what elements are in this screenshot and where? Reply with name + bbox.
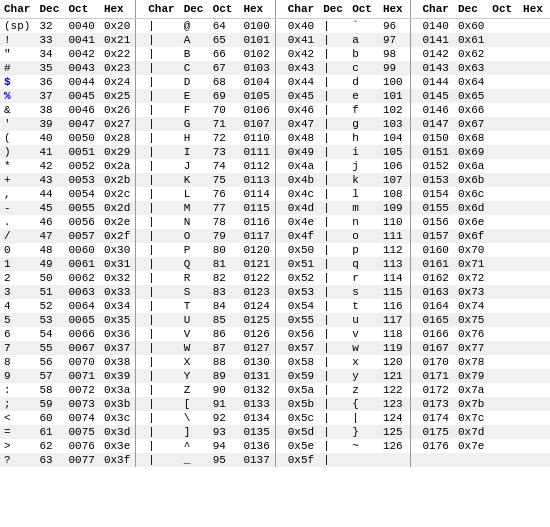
table-cell: 123 xyxy=(379,397,410,411)
table-row: 65400660x36|V8601260x56|v11801660x76 xyxy=(0,327,550,341)
table-cell: 118 xyxy=(379,327,410,341)
table-cell xyxy=(410,103,419,117)
table-cell: 49 xyxy=(35,257,64,271)
table-cell xyxy=(348,453,379,467)
table-cell: T xyxy=(180,299,209,313)
table-cell: 0x4f xyxy=(284,229,319,243)
table-cell: 0113 xyxy=(239,173,275,187)
table-cell xyxy=(136,383,145,397)
table-cell: o xyxy=(348,229,379,243)
table-cell xyxy=(275,201,284,215)
table-cell: 0x52 xyxy=(284,271,319,285)
table-cell: 0x65 xyxy=(454,89,488,103)
table-cell: 0111 xyxy=(239,145,275,159)
table-cell: | xyxy=(319,215,348,229)
table-cell xyxy=(519,117,550,131)
table-cell: 0x60 xyxy=(454,19,488,34)
table-cell xyxy=(275,187,284,201)
table-cell: 0x2b xyxy=(100,173,136,187)
table-cell: | xyxy=(319,187,348,201)
table-cell: 88 xyxy=(209,355,240,369)
table-cell: 0077 xyxy=(64,453,99,467)
table-cell xyxy=(136,439,145,453)
table-cell: | xyxy=(319,299,348,313)
table-cell: z xyxy=(348,383,379,397)
table-cell: 111 xyxy=(379,229,410,243)
col-hex-2: Hex xyxy=(239,0,275,19)
table-cell: { xyxy=(348,397,379,411)
table-cell: 0x36 xyxy=(100,327,136,341)
table-cell: 39 xyxy=(35,117,64,131)
table-row: /4700570x2f|O7901170x4f|o11101570x6f xyxy=(0,229,550,243)
table-cell: 0x56 xyxy=(284,327,319,341)
table-cell: G xyxy=(180,117,209,131)
table-cell: 0x4d xyxy=(284,201,319,215)
table-cell: 98 xyxy=(379,47,410,61)
table-cell: ? xyxy=(0,453,35,467)
table-row: &3800460x26|F7001060x46|f10201460x66 xyxy=(0,103,550,117)
table-cell: 0104 xyxy=(239,75,275,89)
table-cell: 52 xyxy=(35,299,64,313)
table-cell xyxy=(488,299,519,313)
table-cell: 0066 xyxy=(64,327,99,341)
table-cell: 73 xyxy=(209,145,240,159)
table-cell: 0162 xyxy=(419,271,454,285)
table-cell xyxy=(275,285,284,299)
table-row: #3500430x23|C6701030x43|c9901430x63 xyxy=(0,61,550,75)
table-cell: | xyxy=(144,229,179,243)
table-cell: 95 xyxy=(209,453,240,467)
table-cell: 0156 xyxy=(419,215,454,229)
table-cell: 0054 xyxy=(64,187,99,201)
table-cell: 0126 xyxy=(239,327,275,341)
table-cell: 0x38 xyxy=(100,355,136,369)
table-row: +4300530x2b|K7501130x4b|k10701530x6b xyxy=(0,173,550,187)
table-cell: | xyxy=(144,201,179,215)
table-cell: 65 xyxy=(209,33,240,47)
table-cell xyxy=(275,89,284,103)
table-cell: 0116 xyxy=(239,215,275,229)
table-cell: | xyxy=(144,411,179,425)
table-cell xyxy=(410,439,419,453)
table-cell: 4 xyxy=(0,299,35,313)
table-cell: Q xyxy=(180,257,209,271)
table-cell: 0x68 xyxy=(454,131,488,145)
table-cell xyxy=(275,61,284,75)
table-cell: 0052 xyxy=(64,159,99,173)
table-cell: Y xyxy=(180,369,209,383)
table-cell: \ xyxy=(180,411,209,425)
table-cell: 0x20 xyxy=(100,19,136,34)
table-cell: 0106 xyxy=(239,103,275,117)
table-cell: 70 xyxy=(209,103,240,117)
table-cell: 0172 xyxy=(419,383,454,397)
table-cell xyxy=(488,75,519,89)
table-cell: 0x47 xyxy=(284,117,319,131)
table-cell: D xyxy=(180,75,209,89)
table-cell: 102 xyxy=(379,103,410,117)
table-cell: 0x45 xyxy=(284,89,319,103)
table-cell: 0x3c xyxy=(100,411,136,425)
table-cell xyxy=(519,355,550,369)
table-cell: 103 xyxy=(379,117,410,131)
table-cell: 125 xyxy=(379,425,410,439)
table-cell: 2 xyxy=(0,271,35,285)
table-cell: 0x5b xyxy=(284,397,319,411)
table-cell xyxy=(136,89,145,103)
table-cell: P xyxy=(180,243,209,257)
col-char-4: Char xyxy=(419,0,454,19)
table-cell: 0140 xyxy=(419,19,454,34)
table-cell: | xyxy=(319,159,348,173)
table-cell: | xyxy=(144,257,179,271)
table-cell xyxy=(410,341,419,355)
table-cell: 92 xyxy=(209,411,240,425)
col-dec-4: Dec xyxy=(454,0,488,19)
table-row: =6100750x3d|]9301350x5d|}12501750x7d xyxy=(0,425,550,439)
table-cell: 37 xyxy=(35,89,64,103)
table-cell: | xyxy=(144,103,179,117)
table-cell: 82 xyxy=(209,271,240,285)
table-cell: 47 xyxy=(35,229,64,243)
table-cell xyxy=(488,187,519,201)
table-cell: X xyxy=(180,355,209,369)
table-cell: 0x7d xyxy=(454,425,488,439)
table-cell xyxy=(410,411,419,425)
table-cell: 66 xyxy=(209,47,240,61)
